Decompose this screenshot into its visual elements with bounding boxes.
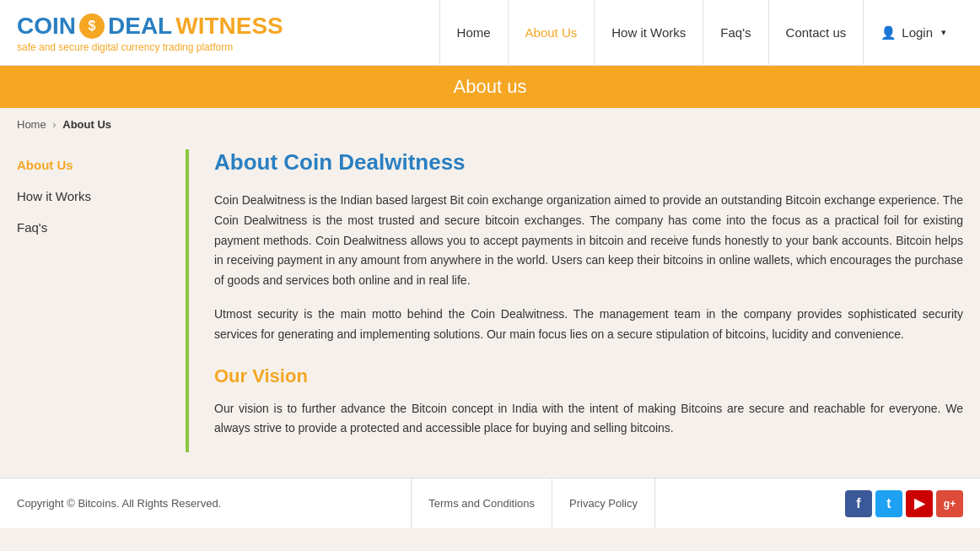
sidebar-item-faqs[interactable]: Faq's [17,212,169,243]
sidebar-item-how-it-works[interactable]: How it Works [17,181,169,212]
vision-title: Our Vision [214,365,963,387]
nav-contact[interactable]: Contact us [769,0,864,66]
chevron-down-icon: ▾ [941,27,946,38]
footer-privacy-link[interactable]: Privacy Policy [552,478,655,529]
breadcrumb-home[interactable]: Home [17,118,46,131]
main-layout: About Us How it Works Faq's About Coin D… [0,141,980,478]
header: COIN $ DEALWITNESS safe and secure digit… [0,0,980,66]
footer: Copyright © Bitcoins. All Rights Reserve… [0,478,980,528]
breadcrumb-current: About Us [62,118,111,131]
sidebar-item-about[interactable]: About Us [17,149,169,181]
content-area: About Coin Dealwitness Coin Dealwitness … [189,149,963,452]
logo-deal-text: DEAL [108,13,172,40]
main-nav: Home About Us How it Works Faq's Contact… [439,0,963,65]
content-para-2: Utmost security is the main motto behind… [214,305,963,345]
login-label: Login [902,25,933,40]
breadcrumb-separator: › [52,118,56,131]
logo: COIN $ DEALWITNESS [17,13,283,40]
page-banner: About us [0,66,980,108]
logo-tagline: safe and secure digital currency trading… [17,41,283,53]
footer-copyright: Copyright © Bitcoins. All Rights Reserve… [17,497,221,510]
logo-coin-text: COIN [17,13,76,40]
content-title: About Coin Dealwitness [214,149,963,176]
nav-how-it-works[interactable]: How it Works [595,0,703,66]
content-para-1: Coin Dealwitness is the Indian based lar… [214,191,963,291]
facebook-icon[interactable]: f [845,490,872,517]
google-plus-icon[interactable]: g+ [936,490,963,517]
user-icon: 👤 [880,25,897,41]
nav-home[interactable]: Home [439,0,509,66]
login-button[interactable]: 👤 Login ▾ [864,0,963,66]
breadcrumb: Home › About Us [0,108,980,141]
logo-area: COIN $ DEALWITNESS safe and secure digit… [17,13,283,53]
vision-para: Our vision is to further advance the Bit… [214,399,963,440]
nav-faqs[interactable]: Faq's [703,0,768,66]
footer-links: Terms and Conditions Privacy Policy [411,478,655,529]
footer-social: f t ▶ g+ [845,490,963,517]
twitter-icon[interactable]: t [875,490,902,517]
coin-icon: $ [79,14,105,39]
footer-terms-link[interactable]: Terms and Conditions [411,478,552,529]
logo-witness-text: WITNESS [175,13,283,40]
youtube-icon[interactable]: ▶ [906,490,933,517]
sidebar: About Us How it Works Faq's [17,149,186,452]
nav-about[interactable]: About Us [509,0,595,66]
